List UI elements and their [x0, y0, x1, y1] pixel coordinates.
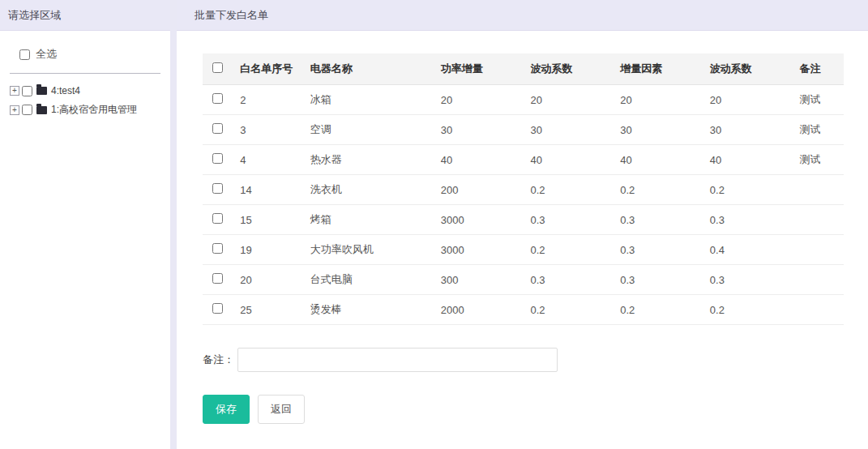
table-body: 2冰箱20202020测试3空调30303030测试4热水器40404040测试…: [203, 85, 844, 325]
table-row: 2冰箱20202020测试: [203, 85, 844, 115]
table-cell: [793, 205, 844, 235]
row-checkbox-cell: [203, 235, 233, 265]
table-cell: 大功率吹风机: [304, 235, 434, 265]
remark-row: 备注：: [203, 348, 844, 372]
table-cell: 30: [703, 115, 793, 145]
table-cell: 15: [233, 205, 304, 235]
main-body: 白名单序号 电器名称 功率增量 波动系数 增量因素 波动系数 备注 2冰箱202…: [177, 31, 868, 424]
table-row: 25烫发棒20000.20.20.2: [203, 295, 844, 325]
folder-icon: [36, 87, 47, 95]
table-cell: 3: [233, 115, 304, 145]
sidebar-title: 请选择区域: [0, 0, 170, 31]
table-cell: [793, 295, 844, 325]
row-checkbox-cell: [203, 115, 233, 145]
expand-icon[interactable]: +: [10, 105, 19, 115]
table-cell: 2: [233, 85, 304, 115]
table-cell: 2000: [434, 295, 524, 325]
table-cell: 热水器: [304, 145, 434, 175]
column-header: 功率增量: [434, 53, 524, 85]
table-cell: 25: [233, 295, 304, 325]
table-cell: 0.2: [703, 175, 793, 205]
remark-input[interactable]: [237, 348, 558, 372]
table-cell: 3000: [434, 235, 524, 265]
row-checkbox[interactable]: [212, 273, 223, 284]
table-cell: 40: [434, 145, 524, 175]
table-cell: [793, 265, 844, 295]
row-checkbox[interactable]: [212, 183, 223, 194]
table-cell: 20: [614, 85, 703, 115]
tree-node-checkbox[interactable]: [22, 105, 32, 115]
select-all-label[interactable]: 全选: [36, 47, 57, 62]
row-checkbox[interactable]: [212, 93, 223, 104]
table-cell: [793, 235, 844, 265]
table-cell: 测试: [793, 85, 844, 115]
row-checkbox[interactable]: [212, 303, 223, 314]
table-cell: 冰箱: [304, 85, 434, 115]
table-cell: 0.3: [614, 265, 703, 295]
table-cell: 烤箱: [304, 205, 434, 235]
row-checkbox-cell: [203, 265, 233, 295]
table-row: 3空调30303030测试: [203, 115, 844, 145]
table-cell: 测试: [793, 115, 844, 145]
table-cell: 0.3: [614, 235, 703, 265]
tree-node[interactable]: + 1:高校宿舍用电管理: [10, 103, 160, 117]
table-row: 15烤箱30000.30.30.3: [203, 205, 844, 235]
table-cell: 空调: [304, 115, 434, 145]
tree-node-checkbox[interactable]: [22, 86, 32, 96]
row-checkbox-cell: [203, 85, 233, 115]
column-header: 白名单序号: [233, 53, 304, 85]
header-checkbox[interactable]: [212, 62, 223, 73]
table-row: 14洗衣机2000.20.20.2: [203, 175, 844, 205]
table-cell: 40: [614, 145, 703, 175]
table-cell: 200: [434, 175, 524, 205]
table-cell: 40: [524, 145, 614, 175]
back-button[interactable]: 返回: [258, 395, 305, 424]
whitelist-table: 白名单序号 电器名称 功率增量 波动系数 增量因素 波动系数 备注 2冰箱202…: [203, 53, 844, 325]
table-cell: 0.3: [703, 265, 793, 295]
table-cell: 3000: [434, 205, 524, 235]
table-cell: 19: [233, 235, 304, 265]
row-checkbox-cell: [203, 295, 233, 325]
table-cell: 0.2: [614, 295, 703, 325]
table-cell: 300: [434, 265, 524, 295]
expand-icon[interactable]: +: [10, 86, 19, 96]
row-checkbox[interactable]: [212, 153, 223, 164]
row-checkbox[interactable]: [212, 213, 223, 224]
folder-icon: [36, 106, 47, 114]
table-cell: 20: [233, 265, 304, 295]
column-header: 备注: [793, 53, 844, 85]
save-button[interactable]: 保存: [203, 395, 250, 424]
remark-label: 备注：: [203, 353, 234, 367]
select-all-row: 全选: [10, 45, 160, 74]
table-cell: 0.3: [703, 205, 793, 235]
row-checkbox-cell: [203, 175, 233, 205]
row-checkbox[interactable]: [212, 243, 223, 254]
table-cell: 30: [524, 115, 614, 145]
table-cell: 烫发棒: [304, 295, 434, 325]
table-row: 4热水器40404040测试: [203, 145, 844, 175]
column-header: 电器名称: [304, 53, 434, 85]
table-cell: 20: [434, 85, 524, 115]
tree-node-label[interactable]: 4:test4: [51, 85, 80, 96]
table-cell: 0.2: [703, 295, 793, 325]
row-checkbox[interactable]: [212, 123, 223, 134]
table-cell: 洗衣机: [304, 175, 434, 205]
table-cell: 20: [703, 85, 793, 115]
tree-node[interactable]: + 4:test4: [10, 85, 160, 96]
table-cell: 0.3: [524, 205, 614, 235]
sidebar-body: 全选 + 4:test4 + 1:高校宿舍用电管理: [0, 31, 170, 449]
table-cell: [793, 175, 844, 205]
row-checkbox-cell: [203, 205, 233, 235]
table-cell: 0.2: [524, 235, 614, 265]
table-cell: 台式电脑: [304, 265, 434, 295]
tree-node-label[interactable]: 1:高校宿舍用电管理: [51, 103, 137, 117]
table-cell: 40: [703, 145, 793, 175]
select-all-checkbox[interactable]: [19, 49, 30, 60]
table-cell: 测试: [793, 145, 844, 175]
table-cell: 0.2: [524, 175, 614, 205]
table-cell: 20: [524, 85, 614, 115]
column-header: 增量因素: [614, 53, 703, 85]
table-cell: 30: [614, 115, 703, 145]
table-cell: 4: [233, 145, 304, 175]
button-row: 保存 返回: [203, 395, 844, 424]
